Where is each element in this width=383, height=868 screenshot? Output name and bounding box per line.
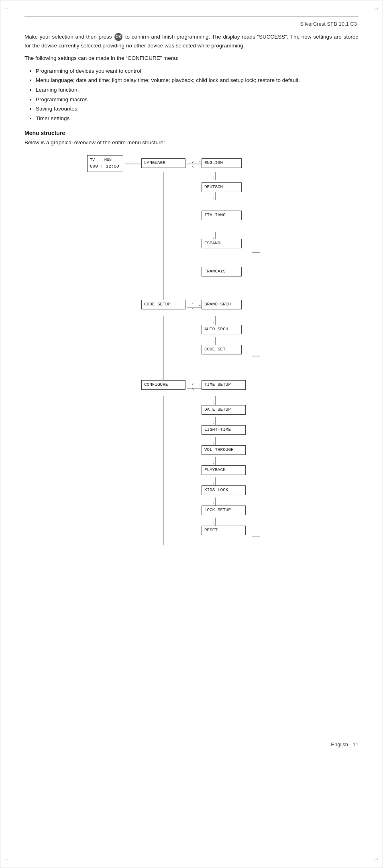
root-line2: 000 : 12:00 bbox=[90, 163, 120, 170]
diagram-box-espanol: ESPANOL bbox=[202, 239, 242, 248]
time-setup-label: TIME SETUP bbox=[204, 382, 231, 387]
diagram-svg: ← ↓ ↓ ↓ ↓ ↓ ← ↓ bbox=[79, 151, 304, 726]
date-setup-label: DATE SETUP bbox=[204, 407, 231, 412]
list-item: Programming macros bbox=[36, 95, 359, 104]
corner-mark-br: ⌐ bbox=[374, 856, 379, 864]
diagram-box-italiano: ITALIANO bbox=[202, 211, 242, 220]
svg-text:↓: ↓ bbox=[161, 540, 163, 544]
bullet-list: Programming of devices you want to contr… bbox=[36, 67, 359, 123]
kids-lock-label: KIDS LOCK bbox=[204, 487, 228, 492]
root-line1: TV MON bbox=[90, 157, 120, 163]
svg-text:↓: ↓ bbox=[213, 441, 214, 444]
diagram-box-brand-srch: BRAND SRCH bbox=[202, 300, 242, 309]
diagram-box-deutsch: DEUTSCH bbox=[202, 182, 242, 192]
corner-mark-bl: ⌐ bbox=[4, 856, 9, 864]
svg-text:↓: ↓ bbox=[213, 501, 214, 505]
footer-divider bbox=[24, 738, 359, 738]
diagram-box-lock-setup: LOCK SETUP bbox=[202, 506, 246, 515]
francais-label: FRANCAIS bbox=[204, 269, 226, 274]
italiano-label: ITALIANO bbox=[204, 213, 226, 217]
list-item: Timer settings bbox=[36, 114, 359, 123]
svg-text:↓: ↓ bbox=[213, 481, 214, 485]
light-time-label: LIGHT-TIME bbox=[204, 427, 231, 432]
diagram-box-francais: FRANCAIS bbox=[202, 267, 242, 276]
svg-text:↓: ↓ bbox=[213, 176, 214, 179]
brand-srch-label: BRAND SRCH bbox=[204, 302, 231, 307]
svg-text:↓: ↓ bbox=[161, 376, 163, 379]
page: ⌐ ⌐ ⌐ ⌐ SilverCrest SFB 10.1 C3 Make you… bbox=[0, 0, 383, 868]
svg-text:↓: ↓ bbox=[213, 461, 214, 465]
diagram-box-language: LANGUAGE ↙ ↖ bbox=[141, 158, 185, 168]
diagram-box-code-setup: CODE SETUP ↙ ↖ bbox=[141, 300, 185, 309]
reset-label: RESET bbox=[204, 528, 218, 532]
svg-text:↓: ↓ bbox=[213, 320, 214, 324]
corner-mark-tr: ⌐ bbox=[374, 4, 379, 12]
list-item: Programming of devices you want to contr… bbox=[36, 67, 359, 76]
code-set-label: CODE SET bbox=[204, 347, 226, 352]
diagram-box-code-set: CODE SET bbox=[202, 345, 242, 354]
diagram-box-date-setup: DATE SETUP bbox=[202, 405, 246, 414]
espanol-label: ESPANOL bbox=[204, 241, 223, 246]
menu-diagram: ← ↓ ↓ ↓ ↓ ↓ ← ↓ bbox=[79, 151, 304, 726]
diagram-box-english: ENGLISH bbox=[202, 158, 242, 168]
english-label: ENGLISH bbox=[204, 160, 223, 165]
svg-text:↓: ↓ bbox=[213, 401, 214, 404]
section-heading-menu-structure: Menu structure bbox=[24, 130, 359, 136]
footer-page-number: English - 11 bbox=[24, 741, 359, 747]
auto-srch-label: AUTO SRCH bbox=[204, 327, 228, 332]
diagram-box-auto-srch: AUTO SRCH bbox=[202, 325, 242, 334]
diagram-box-playback: PLAYBACK bbox=[202, 465, 246, 475]
list-item: Menu language; date and time; light dela… bbox=[36, 76, 359, 85]
intro-paragraph-2: The following settings can be made in th… bbox=[24, 54, 359, 63]
deutsch-label: DEUTSCH bbox=[204, 184, 223, 189]
diagram-box-vol-through: VOL THROUGH bbox=[202, 445, 246, 454]
diagram-box-reset: RESET bbox=[202, 526, 246, 535]
diagram-box-kids-lock: KIDS LOCK bbox=[202, 485, 246, 495]
svg-text:↓: ↓ bbox=[213, 421, 214, 424]
configure-label: CONFIGURE bbox=[144, 382, 168, 387]
diagram-box-time-setup: TIME SETUP bbox=[202, 380, 246, 389]
list-item: Learning function bbox=[36, 86, 359, 94]
page-title: SilverCrest SFB 10.1 C3 bbox=[24, 21, 359, 27]
diagram-box-configure: CONFIGURE ↙ ↖ bbox=[141, 380, 185, 389]
svg-text:↓: ↓ bbox=[213, 521, 214, 525]
intro-paragraph-1: Make your selection and then press OK to… bbox=[24, 33, 359, 50]
language-label: LANGUAGE bbox=[144, 160, 165, 165]
svg-text:↓: ↓ bbox=[213, 196, 214, 199]
menu-overview-text: Below is a graphical overview of the ent… bbox=[24, 139, 359, 145]
vol-through-label: VOL THROUGH bbox=[204, 447, 234, 452]
list-item: Saving favourites bbox=[36, 104, 359, 113]
intro-text-before-ok: Make your selection and then press bbox=[24, 34, 112, 40]
svg-text:↓: ↓ bbox=[161, 295, 163, 299]
ok-button-icon: OK bbox=[114, 33, 122, 41]
playback-label: PLAYBACK bbox=[204, 467, 226, 472]
lock-setup-label: LOCK SETUP bbox=[204, 508, 231, 512]
svg-text:↓: ↓ bbox=[213, 340, 214, 344]
header-divider bbox=[24, 16, 359, 17]
code-setup-label: CODE SETUP bbox=[144, 302, 171, 307]
corner-mark-tl: ⌐ bbox=[4, 4, 9, 12]
diagram-box-root: TV MON 000 : 12:00 bbox=[87, 155, 123, 172]
diagram-box-light-time: LIGHT-TIME bbox=[202, 425, 246, 434]
